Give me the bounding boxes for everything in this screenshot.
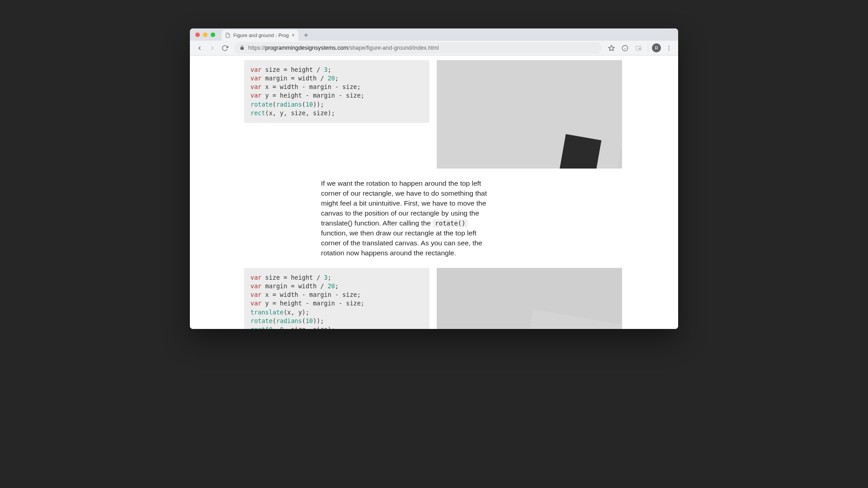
url-host: programmingdesignsystems.com <box>265 45 348 51</box>
canvas-output-1 <box>437 60 622 169</box>
code-block-2: var size = height / 3; var margin = widt… <box>244 268 429 329</box>
tab-strip: Figure and ground - Programm × + <box>190 28 678 41</box>
svg-point-8 <box>668 49 669 50</box>
lock-icon <box>240 45 245 51</box>
menu-icon[interactable] <box>663 42 675 54</box>
pip-icon[interactable] <box>632 42 644 54</box>
separator <box>648 43 648 52</box>
svg-point-7 <box>668 47 669 48</box>
browser-window: Figure and ground - Programm × + https:/… <box>190 28 678 329</box>
body-paragraph: If we want the rotation to happen around… <box>321 178 547 258</box>
svg-rect-5 <box>638 47 640 49</box>
inline-code: rotate() <box>433 219 467 227</box>
url-text: https://programmingdesignsystems.com/sha… <box>248 45 439 51</box>
forward-button[interactable] <box>206 42 218 54</box>
url-scheme: https:// <box>248 45 265 51</box>
maximize-window-button[interactable] <box>211 33 215 37</box>
profile-avatar[interactable]: R <box>652 43 661 52</box>
canvas-output-2 <box>437 268 622 329</box>
site-info-icon[interactable] <box>619 42 631 54</box>
window-controls <box>195 33 215 37</box>
foreground-square <box>560 134 602 169</box>
page-icon <box>225 33 231 38</box>
url-path: /shape/figure-and-ground/index.html <box>348 45 439 51</box>
svg-marker-0 <box>609 45 614 51</box>
background-square <box>514 309 622 329</box>
close-tab-icon[interactable]: × <box>292 33 295 38</box>
toolbar-right: R <box>605 42 675 54</box>
close-window-button[interactable] <box>195 33 200 37</box>
reload-button[interactable] <box>219 42 231 54</box>
back-button[interactable] <box>193 42 205 54</box>
minimize-window-button[interactable] <box>203 33 208 37</box>
example-row-2: var size = height / 3; var margin = widt… <box>190 268 678 329</box>
example-row-1: var size = height / 3; var margin = widt… <box>190 60 678 169</box>
page-viewport[interactable]: var size = height / 3; var margin = widt… <box>190 56 678 329</box>
toolbar: https://programmingdesignsystems.com/sha… <box>190 41 678 56</box>
new-tab-button[interactable]: + <box>301 30 311 40</box>
svg-point-6 <box>668 46 669 47</box>
bookmark-icon[interactable] <box>605 42 617 54</box>
address-bar[interactable]: https://programmingdesignsystems.com/sha… <box>234 42 602 54</box>
tab-title: Figure and ground - Programm <box>233 33 289 38</box>
page-content: var size = height / 3; var margin = widt… <box>190 56 678 329</box>
code-block-1: var size = height / 3; var margin = widt… <box>244 60 429 123</box>
browser-tab[interactable]: Figure and ground - Programm × <box>222 30 298 41</box>
